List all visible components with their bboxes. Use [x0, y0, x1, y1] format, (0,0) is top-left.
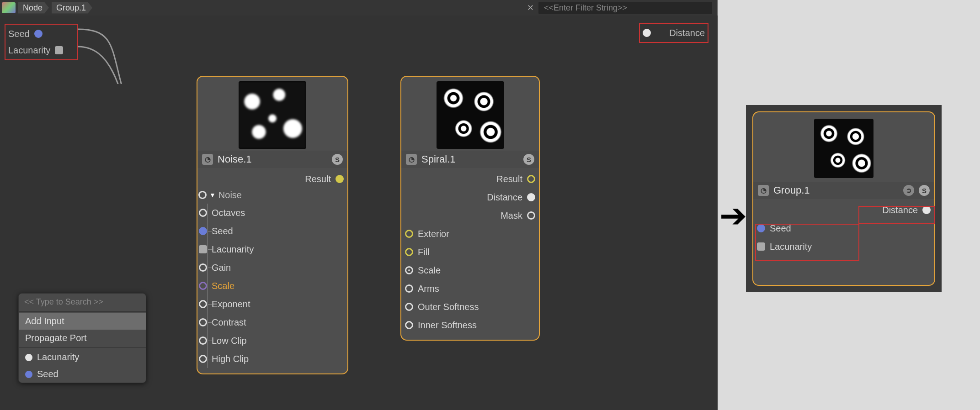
- menu-seed[interactable]: Seed: [19, 366, 146, 383]
- param-octaves[interactable]: Octaves: [208, 204, 347, 222]
- chevron-down-icon[interactable]: ▼: [209, 191, 216, 199]
- output-result[interactable]: Result: [197, 170, 347, 188]
- highlight-distance: [858, 206, 935, 224]
- port-icon[interactable]: [55, 46, 63, 54]
- param-label: Octaves: [212, 208, 344, 218]
- node-group-preview: [814, 119, 873, 178]
- param-label: Gain: [212, 263, 344, 273]
- output-label: Mask: [405, 210, 522, 221]
- port-icon[interactable]: [527, 193, 535, 201]
- enter-group-icon[interactable]: ➲: [903, 185, 914, 196]
- port-icon[interactable]: [405, 303, 413, 311]
- port-icon[interactable]: [199, 227, 207, 235]
- port-icon[interactable]: [405, 266, 413, 274]
- context-menu-search[interactable]: << Type to Search >>: [19, 294, 146, 310]
- solo-badge-icon[interactable]: S: [523, 154, 534, 165]
- solo-badge-icon[interactable]: S: [919, 185, 930, 196]
- group-input-seed[interactable]: Seed: [8, 26, 74, 42]
- param-label: High Clip: [212, 354, 344, 364]
- node-spiral-title: Spiral.1: [421, 153, 519, 165]
- port-icon[interactable]: [405, 284, 413, 293]
- port-icon[interactable]: [405, 248, 413, 256]
- input-exterior[interactable]: Exterior: [401, 225, 539, 243]
- node-spiral-titlebar[interactable]: ◔ Spiral.1 S: [401, 151, 539, 168]
- result-panel: ◔ Group.1 ➲ S Distance Seed Lacunarity: [746, 105, 942, 292]
- port-icon[interactable]: [199, 245, 207, 253]
- node-spiral[interactable]: ◔ Spiral.1 S Result Distance Mask Exteri…: [400, 76, 540, 341]
- node-graph-viewport[interactable]: Seed Lacunarity Distance ◔ Noise.1 S: [0, 16, 718, 410]
- app-icon[interactable]: [2, 2, 16, 13]
- param-lacunarity[interactable]: Lacunarity: [208, 240, 347, 258]
- input-inner-softness[interactable]: Inner Softness: [401, 316, 539, 334]
- output-label: Distance: [405, 192, 522, 203]
- port-icon: [25, 371, 32, 378]
- menu-add-input[interactable]: Add Input: [19, 313, 146, 330]
- port-icon[interactable]: [199, 336, 207, 345]
- node-group-titlebar[interactable]: ◔ Group.1 ➲ S: [753, 182, 934, 199]
- menu-lacunarity[interactable]: Lacunarity: [19, 349, 146, 366]
- port-icon[interactable]: [199, 318, 207, 326]
- node-noise-titlebar[interactable]: ◔ Noise.1 S: [197, 151, 347, 168]
- port-icon[interactable]: [34, 30, 43, 38]
- port-icon[interactable]: [405, 321, 413, 329]
- port-icon[interactable]: [199, 300, 207, 308]
- param-exponent[interactable]: Exponent: [208, 295, 347, 313]
- port-icon[interactable]: [199, 355, 207, 363]
- menu-label: Add Input: [25, 316, 64, 326]
- port-icon[interactable]: [405, 230, 413, 238]
- port-icon[interactable]: [527, 175, 535, 183]
- group-input-lacunarity-label: Lacunarity: [8, 45, 50, 56]
- menu-label: Seed: [37, 369, 59, 379]
- output-result-label: Result: [201, 174, 331, 184]
- port-icon[interactable]: [199, 263, 207, 272]
- node-noise[interactable]: ◔ Noise.1 S Result ▼ Noise Octaves Seed …: [197, 76, 348, 374]
- param-scale[interactable]: Scale: [208, 277, 347, 295]
- param-group-noise[interactable]: ▼ Noise: [197, 188, 347, 204]
- port-icon[interactable]: [336, 175, 344, 183]
- port-icon[interactable]: [199, 209, 207, 217]
- input-fill[interactable]: Fill: [401, 243, 539, 261]
- context-menu[interactable]: << Type to Search >> Add Input Propagate…: [18, 293, 146, 383]
- group-input-lacunarity[interactable]: Lacunarity: [8, 42, 74, 58]
- port-icon[interactable]: [199, 282, 207, 290]
- group-inputs-box: Seed Lacunarity: [5, 24, 78, 60]
- group-output-distance[interactable]: Distance: [643, 25, 705, 41]
- param-seed[interactable]: Seed: [208, 222, 347, 240]
- node-type-icon: ◔: [202, 154, 213, 165]
- input-scale[interactable]: Scale: [401, 261, 539, 279]
- port-icon[interactable]: [527, 211, 535, 220]
- menu-label: Propagate Port: [25, 333, 87, 343]
- node-noise-preview: [239, 81, 306, 149]
- input-label: Fill: [418, 247, 535, 258]
- param-contrast[interactable]: Contrast: [208, 313, 347, 331]
- filter-input[interactable]: <<Enter Filter String>>: [538, 2, 712, 14]
- close-icon[interactable]: ✕: [525, 3, 536, 13]
- node-type-icon: ◔: [406, 154, 417, 165]
- breadcrumb-node[interactable]: Node: [18, 2, 49, 14]
- node-group-result[interactable]: ◔ Group.1 ➲ S Distance Seed Lacunarity: [752, 111, 935, 286]
- group-outputs-box: Distance: [639, 23, 708, 43]
- breadcrumb-group[interactable]: Group.1: [52, 2, 92, 14]
- output-mask[interactable]: Mask: [401, 206, 539, 225]
- param-highclip[interactable]: High Clip: [208, 350, 347, 368]
- port-icon[interactable]: [198, 191, 207, 199]
- param-group-noise-label: Noise: [218, 190, 242, 200]
- editor-toolbar: Node Group.1 ✕ <<Enter Filter String>>: [0, 0, 717, 16]
- port-icon[interactable]: [643, 29, 651, 37]
- output-result[interactable]: Result: [401, 170, 539, 188]
- input-label: Scale: [418, 265, 535, 276]
- input-arms[interactable]: Arms: [401, 279, 539, 298]
- output-distance[interactable]: Distance: [401, 188, 539, 206]
- param-label: Low Clip: [212, 336, 344, 346]
- group-input-seed-label: Seed: [8, 29, 30, 39]
- highlight-inputs: [755, 224, 859, 261]
- menu-propagate-port[interactable]: Propagate Port: [19, 330, 146, 347]
- param-lowclip[interactable]: Low Clip: [208, 331, 347, 350]
- input-outer-softness[interactable]: Outer Softness: [401, 298, 539, 316]
- param-gain[interactable]: Gain: [208, 258, 347, 277]
- param-label: Contrast: [212, 317, 344, 328]
- output-label: Result: [405, 174, 522, 184]
- input-label: Outer Softness: [418, 302, 535, 312]
- solo-badge-icon[interactable]: S: [332, 154, 343, 165]
- node-group-title: Group.1: [773, 184, 899, 196]
